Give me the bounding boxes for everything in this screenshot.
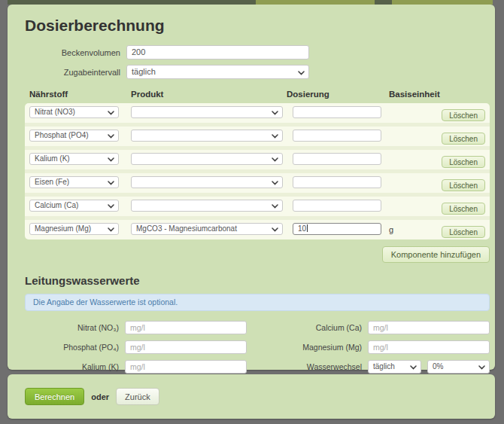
nutrient-select-value: Eisen (Fe) bbox=[35, 178, 69, 186]
water-input-placeholder: mg/l bbox=[130, 343, 145, 352]
calculate-button[interactable]: Berechnen bbox=[25, 388, 84, 405]
table-row: Kalium (K) Löschen bbox=[25, 146, 490, 169]
water-field-row: Nitrat (NO₃) mg/l bbox=[25, 321, 247, 334]
table-row: Nitrat (NO3) Löschen bbox=[25, 103, 490, 123]
dosing-interval-select[interactable]: täglich bbox=[126, 65, 309, 79]
product-select[interactable] bbox=[131, 130, 283, 142]
chevron-down-icon bbox=[410, 365, 417, 370]
volume-value: 200 bbox=[132, 47, 145, 56]
chevron-down-icon bbox=[108, 134, 114, 139]
chevron-down-icon bbox=[108, 204, 114, 209]
water-change-percent-select[interactable]: 0% bbox=[427, 360, 490, 374]
table-row: Magnesium (Mg) MgCO3 - Magnesiumcarbonat… bbox=[25, 216, 490, 239]
section-title-tap-water: Leitungswasserwerte bbox=[25, 274, 490, 287]
water-change-interval-select[interactable]: täglich bbox=[368, 360, 421, 374]
nutrient-select[interactable]: Nitrat (NO3) bbox=[29, 106, 119, 118]
or-label: oder bbox=[91, 392, 109, 401]
product-select-value: MgCO3 - Magnesiumcarbonat bbox=[136, 224, 237, 233]
header-nutrient: Nährstoff bbox=[29, 90, 68, 99]
product-select[interactable]: MgCO3 - Magnesiumcarbonat bbox=[131, 223, 283, 235]
chevron-down-icon bbox=[478, 365, 485, 370]
chevron-down-icon bbox=[272, 181, 278, 185]
main-panel: Dosierberechnung Beckenvolumen 200 Zugab… bbox=[8, 5, 495, 370]
delete-button[interactable]: Löschen bbox=[442, 109, 485, 121]
water-change-row: Wasserwechsel täglich 0% bbox=[247, 360, 490, 374]
interval-value: täglich bbox=[132, 67, 156, 76]
nutrient-select-value: Kalium (K) bbox=[35, 154, 70, 163]
chevron-down-icon bbox=[108, 181, 114, 185]
chevron-down-icon bbox=[272, 134, 278, 139]
water-field-label: Kalium (K) bbox=[25, 362, 119, 371]
dosage-input[interactable] bbox=[293, 200, 381, 212]
delete-button[interactable]: Löschen bbox=[442, 226, 485, 238]
delete-button[interactable]: Löschen bbox=[442, 179, 485, 191]
delete-button[interactable]: Löschen bbox=[442, 156, 485, 168]
header-unit: Basiseinheit bbox=[389, 90, 440, 99]
components-rows: Nitrat (NO3) Löschen Phosphat (PO4) Lösc… bbox=[25, 103, 490, 239]
product-select[interactable] bbox=[131, 200, 283, 212]
chevron-down-icon bbox=[272, 204, 278, 209]
nutrient-select[interactable]: Phosphat (PO4) bbox=[29, 130, 119, 142]
dosage-input[interactable]: 10 bbox=[293, 223, 381, 235]
water-field-label: Calcium (Ca) bbox=[247, 323, 362, 332]
header-dosage: Dosierung bbox=[287, 90, 329, 99]
nutrient-select-value: Nitrat (NO3) bbox=[35, 108, 75, 116]
nutrient-select-value: Calcium (Ca) bbox=[35, 201, 78, 209]
dosage-input[interactable] bbox=[293, 176, 381, 188]
product-select[interactable] bbox=[131, 153, 283, 165]
water-input-placeholder: mg/l bbox=[373, 323, 388, 332]
chevron-down-icon bbox=[298, 71, 305, 75]
nutrient-select-value: Phosphat (PO4) bbox=[35, 131, 89, 139]
water-field-label: Magnesium (Mg) bbox=[247, 343, 362, 352]
water-value-input[interactable]: mg/l bbox=[368, 340, 490, 354]
text-caret bbox=[307, 224, 308, 232]
water-right-column: Calcium (Ca) mg/l Magnesium (Mg) mg/l Wa… bbox=[247, 321, 490, 380]
water-field-row: Kalium (K) mg/l bbox=[25, 360, 247, 374]
water-right-fields: Calcium (Ca) mg/l Magnesium (Mg) mg/l bbox=[247, 321, 490, 354]
water-left-fields: Nitrat (NO₃) mg/l Phosphat (PO₄) mg/l Ka… bbox=[25, 321, 247, 374]
dosage-input[interactable] bbox=[293, 130, 381, 142]
nutrient-select[interactable]: Calcium (Ca) bbox=[29, 200, 119, 212]
table-row: Calcium (Ca) Löschen bbox=[25, 193, 490, 216]
interval-row: Zugabeintervall täglich bbox=[25, 65, 490, 79]
volume-row: Beckenvolumen 200 bbox=[25, 45, 490, 59]
water-change-interval-value: täglich bbox=[373, 362, 395, 371]
interval-label: Zugabeintervall bbox=[25, 68, 120, 77]
unit-label: g bbox=[389, 225, 393, 234]
chevron-down-icon bbox=[108, 227, 114, 232]
water-value-input[interactable]: mg/l bbox=[368, 321, 490, 334]
product-select[interactable] bbox=[131, 176, 283, 188]
add-component-button[interactable]: Komponente hinzufügen bbox=[382, 246, 490, 263]
nutrient-select[interactable]: Magnesium (Mg) bbox=[29, 223, 119, 235]
water-left-column: Nitrat (NO₃) mg/l Phosphat (PO₄) mg/l Ka… bbox=[25, 321, 247, 380]
water-field-row: Magnesium (Mg) mg/l bbox=[247, 340, 490, 354]
delete-button[interactable]: Löschen bbox=[442, 133, 485, 145]
dosage-input[interactable] bbox=[293, 153, 381, 165]
nutrient-select[interactable]: Kalium (K) bbox=[29, 153, 119, 165]
tap-water-grid: Nitrat (NO₃) mg/l Phosphat (PO₄) mg/l Ka… bbox=[25, 321, 490, 380]
nutrient-select[interactable]: Eisen (Fe) bbox=[29, 176, 119, 188]
table-row: Phosphat (PO4) Löschen bbox=[25, 123, 490, 146]
water-value-input[interactable]: mg/l bbox=[125, 340, 247, 354]
water-input-placeholder: mg/l bbox=[373, 343, 388, 352]
water-change-percent-value: 0% bbox=[433, 362, 443, 371]
add-component-row: Komponente hinzufügen bbox=[25, 246, 490, 263]
dosage-input[interactable] bbox=[293, 106, 381, 118]
table-row: Eisen (Fe) Löschen bbox=[25, 169, 490, 193]
aquarium-volume-input[interactable]: 200 bbox=[126, 45, 309, 59]
chevron-down-icon bbox=[108, 157, 114, 162]
water-value-input[interactable]: mg/l bbox=[125, 321, 247, 334]
header-product: Produkt bbox=[131, 90, 163, 99]
chevron-down-icon bbox=[272, 111, 278, 115]
footer-panel: Berechnen oder Zurück bbox=[8, 374, 495, 419]
water-input-placeholder: mg/l bbox=[130, 362, 145, 371]
water-field-label: Phosphat (PO₄) bbox=[25, 343, 119, 352]
water-field-row: Phosphat (PO₄) mg/l bbox=[25, 340, 247, 354]
page-title: Dosierberechnung bbox=[25, 17, 490, 35]
dosage-value: 10 bbox=[298, 224, 306, 233]
info-note: Die Angabe der Wasserwerte ist optional. bbox=[25, 294, 490, 311]
back-button[interactable]: Zurück bbox=[116, 388, 159, 405]
product-select[interactable] bbox=[131, 106, 283, 118]
delete-button[interactable]: Löschen bbox=[442, 203, 485, 215]
water-value-input[interactable]: mg/l bbox=[125, 360, 247, 374]
